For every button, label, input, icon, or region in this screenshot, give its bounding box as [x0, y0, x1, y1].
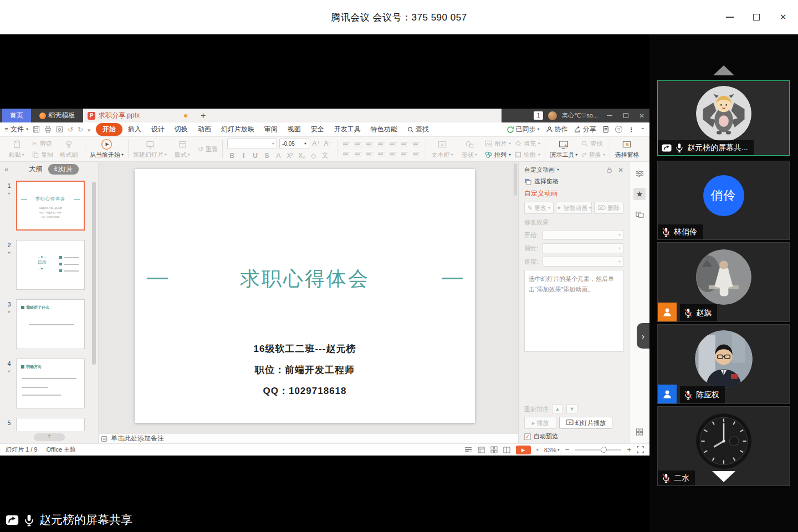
object-properties-icon[interactable]: [633, 167, 646, 180]
preview-icon[interactable]: [56, 126, 63, 133]
menu-item-特色功能[interactable]: 特色功能: [366, 124, 402, 135]
ribbon-形状[interactable]: 形状▾: [458, 138, 481, 160]
format-U-button[interactable]: U: [250, 151, 260, 160]
zoom-in-button[interactable]: +: [627, 446, 631, 454]
paragraph-tool-2-5[interactable]: [400, 150, 410, 158]
ribbon-文本框[interactable]: A文本框▾: [431, 138, 454, 160]
start-combo[interactable]: ▾: [543, 230, 623, 240]
format-extra-button[interactable]: ◇: [309, 151, 318, 160]
slides-panel-scrollbar[interactable]: [92, 182, 96, 365]
slide-canvas[interactable]: 求职心得体会 16级软工二班---赵元榜职位：前端开发工程师QQ：1029718…: [135, 169, 475, 423]
ribbon-查找[interactable]: 查找: [581, 139, 605, 148]
tab-home[interactable]: 首页: [2, 109, 31, 122]
paragraph-tool-1-3[interactable]: [377, 140, 386, 148]
paragraph-tool-1-0[interactable]: [342, 140, 351, 148]
pane-grid-icon[interactable]: [636, 428, 643, 436]
document-icon[interactable]: [602, 126, 609, 133]
format-S-button[interactable]: S: [262, 151, 272, 160]
print-icon[interactable]: [44, 126, 52, 133]
ribbon-排列[interactable]: 排列▾: [485, 150, 511, 159]
paragraph-tool-1-6[interactable]: [412, 140, 421, 148]
account-avatar[interactable]: [548, 111, 557, 120]
reading-view-icon[interactable]: [503, 447, 510, 453]
reorder-down-button[interactable]: ▼: [566, 405, 577, 413]
transition-pane-icon[interactable]: [633, 208, 646, 221]
speed-combo[interactable]: ▾: [543, 257, 623, 267]
format-extra-button[interactable]: X₂: [297, 151, 306, 160]
delete-animation-button[interactable]: ⌦删除: [594, 202, 623, 214]
slideshow-play-button[interactable]: 幻灯片播放: [559, 417, 612, 429]
save-icon[interactable]: [33, 126, 40, 133]
format-I-button[interactable]: I: [239, 151, 248, 160]
ribbon-从当前开始[interactable]: 从当前开始▾: [90, 138, 124, 160]
paragraph-tool-1-2[interactable]: [365, 140, 375, 148]
file-menu-button[interactable]: ≡文件▾: [4, 125, 28, 134]
ribbon-重置[interactable]: ↺重置: [198, 145, 218, 154]
zoom-out-button[interactable]: −: [565, 446, 570, 454]
ribbon-格式刷[interactable]: 格式刷: [57, 138, 80, 160]
share-button[interactable]: 分享: [574, 125, 596, 134]
slideshow-button[interactable]: ▶: [516, 446, 531, 454]
slide-thumbnail-3[interactable]: 3★我经历了什么: [2, 299, 90, 349]
selection-pane-button[interactable]: 选择窗格: [524, 177, 623, 186]
zoom-slider[interactable]: [575, 449, 621, 451]
menu-item-动画[interactable]: 动画: [193, 124, 216, 135]
font-size-combo[interactable]: -0.05▾: [279, 139, 309, 149]
tab-slides[interactable]: 幻灯片: [48, 164, 79, 175]
collaborate-button[interactable]: 协作: [546, 125, 568, 134]
paragraph-tool-2-2[interactable]: [365, 150, 375, 158]
paragraph-tool-1-4[interactable]: [388, 140, 398, 148]
smart-animation-button[interactable]: ✦智能动画▾: [556, 202, 592, 214]
participant-tile-3[interactable]: 赵旗: [657, 242, 790, 322]
close-panel-icon[interactable]: ✕: [618, 166, 623, 174]
scroll-up-arrow[interactable]: [713, 65, 734, 75]
slide-thumbnail-1[interactable]: 1★ 求职心得体会 16级软工二班---赵元榜职位：前端开发工程师QQ：1029…: [2, 181, 90, 231]
zoom-slider-knob[interactable]: [601, 447, 607, 453]
menu-item-审阅[interactable]: 审阅: [260, 124, 282, 135]
maximize-button[interactable]: [751, 12, 761, 22]
ribbon-演示工具[interactable]: 演示工具▾: [550, 138, 577, 160]
format-extra-button[interactable]: X²: [285, 151, 295, 160]
menu-item-设计[interactable]: 设计: [147, 124, 169, 135]
wps-close-button[interactable]: ✕: [637, 109, 646, 122]
menu-item-视图[interactable]: 视图: [283, 124, 305, 135]
collapse-ribbon-icon[interactable]: ⌃: [641, 126, 645, 134]
search-button[interactable]: 查找: [407, 125, 429, 134]
play-animation-button[interactable]: ▸播放: [524, 417, 556, 429]
notification-badge[interactable]: 1: [534, 111, 543, 120]
participant-tile-1[interactable]: 赵元榜的屏幕共...: [657, 80, 790, 156]
help-icon[interactable]: ?: [615, 126, 622, 133]
auto-preview-checkbox[interactable]: ✓ 自动预览: [524, 432, 623, 441]
fit-screen-icon[interactable]: [637, 446, 644, 453]
slide-thumbnail-2[interactable]: 2★←◆→目录→◆←: [2, 240, 90, 290]
paragraph-tool-1-5[interactable]: [400, 140, 410, 148]
property-combo[interactable]: ▾: [543, 243, 623, 253]
slide-title-text[interactable]: 求职心得体会: [135, 265, 475, 293]
pin-panel-icon[interactable]: [606, 167, 612, 173]
grow-font-button[interactable]: A⁺: [311, 139, 321, 148]
theme-name[interactable]: Office 主题: [46, 446, 76, 454]
participant-tile-4[interactable]: 陈应权: [657, 324, 790, 404]
paragraph-tool-2-3[interactable]: [377, 150, 386, 158]
shrink-font-button[interactable]: A⁻: [323, 139, 332, 148]
change-animation-button[interactable]: ✎更改▾: [524, 202, 554, 214]
tab-document[interactable]: P 求职分享.pptx: [83, 111, 192, 120]
ribbon-轮廓[interactable]: 轮廓▾: [515, 150, 540, 159]
ribbon-粘贴[interactable]: 粘贴▾: [5, 138, 28, 160]
collapse-panel-button[interactable]: «: [4, 165, 8, 173]
slide-thumbnail-5[interactable]: 5: [2, 418, 90, 431]
participant-tile-2[interactable]: 俏伶林俏伶: [657, 161, 790, 240]
editor-scrollbar[interactable]: [514, 163, 517, 196]
slide-sorter-icon[interactable]: [490, 446, 498, 453]
ribbon-版式[interactable]: 版式▾: [171, 138, 194, 160]
ribbon-剪切[interactable]: ✂剪切: [32, 139, 53, 148]
slide-subtitle-text[interactable]: 16级软工二班---赵元榜职位：前端开发工程师QQ：1029718618: [135, 342, 475, 406]
tab-docer-templates[interactable]: 稻壳模板: [31, 109, 83, 122]
menu-item-开始[interactable]: 开始: [96, 123, 122, 136]
sync-status[interactable]: 已同步▾: [507, 125, 540, 134]
notes-bar[interactable]: 单击此处添加备注: [99, 433, 518, 443]
format-B-button[interactable]: B: [227, 151, 237, 160]
add-slide-button[interactable]: +: [34, 433, 65, 441]
ribbon-新建幻灯片[interactable]: 新建幻灯片▾: [133, 138, 167, 160]
tab-outline[interactable]: 大纲: [29, 165, 43, 174]
